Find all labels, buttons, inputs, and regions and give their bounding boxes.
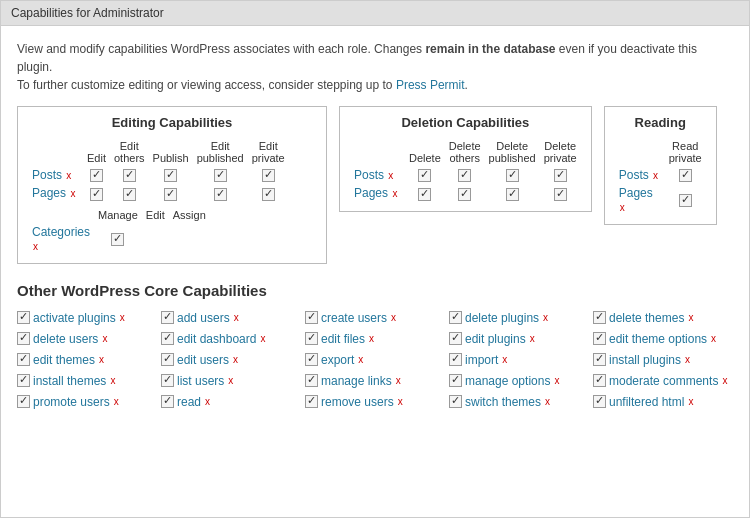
capability-remove[interactable]: x (711, 333, 716, 344)
checkbox[interactable] (111, 233, 124, 246)
capability-name[interactable]: delete themes (609, 311, 684, 325)
capability-checkbox[interactable] (593, 395, 606, 408)
capability-name[interactable]: install plugins (609, 353, 681, 367)
capability-name[interactable]: unfiltered html (609, 395, 684, 409)
checkbox[interactable] (214, 169, 227, 182)
capability-name[interactable]: read (177, 395, 201, 409)
checkbox[interactable] (123, 188, 136, 201)
checkbox[interactable] (554, 169, 567, 182)
categories-link[interactable]: Categories (32, 225, 90, 239)
capability-remove[interactable]: x (391, 312, 396, 323)
capability-remove[interactable]: x (685, 354, 690, 365)
capability-name[interactable]: delete users (33, 332, 98, 346)
capability-remove[interactable]: x (396, 375, 401, 386)
capability-name[interactable]: list users (177, 374, 224, 388)
capability-checkbox[interactable] (161, 374, 174, 387)
capability-remove[interactable]: x (722, 375, 727, 386)
capability-checkbox[interactable] (449, 395, 462, 408)
capability-name[interactable]: edit dashboard (177, 332, 256, 346)
checkbox[interactable] (123, 169, 136, 182)
capability-checkbox[interactable] (305, 311, 318, 324)
capability-name[interactable]: export (321, 353, 354, 367)
capability-checkbox[interactable] (161, 311, 174, 324)
capability-checkbox[interactable] (305, 353, 318, 366)
capability-checkbox[interactable] (17, 395, 30, 408)
capability-name[interactable]: install themes (33, 374, 106, 388)
checkbox[interactable] (418, 169, 431, 182)
del-posts-link[interactable]: Posts (354, 168, 384, 182)
capability-checkbox[interactable] (305, 332, 318, 345)
capability-remove[interactable]: x (102, 333, 107, 344)
checkbox[interactable] (418, 188, 431, 201)
capability-name[interactable]: edit users (177, 353, 229, 367)
del-posts-remove[interactable]: x (388, 170, 393, 181)
capability-checkbox[interactable] (593, 353, 606, 366)
del-pages-remove[interactable]: x (392, 188, 397, 199)
read-posts-link[interactable]: Posts (619, 168, 649, 182)
checkbox[interactable] (262, 188, 275, 201)
checkbox[interactable] (506, 169, 519, 182)
capability-checkbox[interactable] (161, 395, 174, 408)
capability-remove[interactable]: x (358, 354, 363, 365)
capability-remove[interactable]: x (688, 396, 693, 407)
posts-link[interactable]: Posts (32, 168, 62, 182)
capability-name[interactable]: edit themes (33, 353, 95, 367)
pages-link[interactable]: Pages (32, 186, 66, 200)
capability-checkbox[interactable] (305, 374, 318, 387)
capability-remove[interactable]: x (120, 312, 125, 323)
capability-name[interactable]: edit files (321, 332, 365, 346)
capability-remove[interactable]: x (554, 375, 559, 386)
capability-checkbox[interactable] (593, 332, 606, 345)
capability-checkbox[interactable] (449, 311, 462, 324)
capability-remove[interactable]: x (688, 312, 693, 323)
capability-checkbox[interactable] (593, 374, 606, 387)
checkbox[interactable] (214, 188, 227, 201)
capability-name[interactable]: switch themes (465, 395, 541, 409)
capability-name[interactable]: create users (321, 311, 387, 325)
press-permit-link[interactable]: Press Permit (396, 78, 465, 92)
capability-checkbox[interactable] (449, 332, 462, 345)
capability-remove[interactable]: x (545, 396, 550, 407)
capability-name[interactable]: edit theme options (609, 332, 707, 346)
capability-name[interactable]: manage options (465, 374, 550, 388)
checkbox[interactable] (262, 169, 275, 182)
del-pages-link[interactable]: Pages (354, 186, 388, 200)
checkbox[interactable] (506, 188, 519, 201)
capability-checkbox[interactable] (17, 332, 30, 345)
read-pages-remove[interactable]: x (620, 202, 625, 213)
capability-remove[interactable]: x (233, 354, 238, 365)
capability-checkbox[interactable] (305, 395, 318, 408)
checkbox[interactable] (164, 188, 177, 201)
capability-remove[interactable]: x (228, 375, 233, 386)
capability-name[interactable]: edit plugins (465, 332, 526, 346)
checkbox[interactable] (554, 188, 567, 201)
capability-remove[interactable]: x (530, 333, 535, 344)
checkbox[interactable] (90, 169, 103, 182)
capability-remove[interactable]: x (260, 333, 265, 344)
posts-remove[interactable]: x (66, 170, 71, 181)
capability-checkbox[interactable] (449, 374, 462, 387)
capability-remove[interactable]: x (114, 396, 119, 407)
capability-checkbox[interactable] (17, 311, 30, 324)
capability-remove[interactable]: x (543, 312, 548, 323)
capability-name[interactable]: promote users (33, 395, 110, 409)
capability-name[interactable]: add users (177, 311, 230, 325)
checkbox[interactable] (679, 194, 692, 207)
checkbox[interactable] (90, 188, 103, 201)
capability-checkbox[interactable] (449, 353, 462, 366)
checkbox[interactable] (458, 188, 471, 201)
capability-name[interactable]: moderate comments (609, 374, 718, 388)
pages-remove[interactable]: x (70, 188, 75, 199)
read-posts-remove[interactable]: x (653, 170, 658, 181)
checkbox[interactable] (679, 169, 692, 182)
capability-checkbox[interactable] (161, 353, 174, 366)
capability-remove[interactable]: x (502, 354, 507, 365)
capability-remove[interactable]: x (234, 312, 239, 323)
read-pages-link[interactable]: Pages (619, 186, 653, 200)
capability-remove[interactable]: x (369, 333, 374, 344)
capability-remove[interactable]: x (205, 396, 210, 407)
capability-checkbox[interactable] (17, 353, 30, 366)
categories-remove[interactable]: x (33, 241, 38, 252)
capability-checkbox[interactable] (17, 374, 30, 387)
capability-name[interactable]: import (465, 353, 498, 367)
